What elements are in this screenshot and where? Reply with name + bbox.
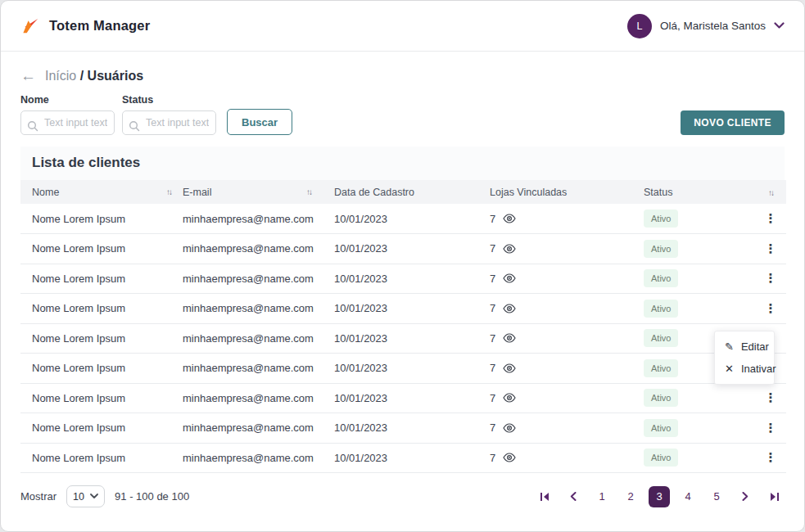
- kebab-menu-button[interactable]: ⋮: [755, 301, 786, 316]
- kebab-menu-button[interactable]: ⋮: [755, 211, 786, 226]
- filter-nome: Nome: [20, 94, 115, 135]
- eye-icon[interactable]: [503, 273, 516, 283]
- page-size-select[interactable]: 10: [66, 485, 105, 507]
- table-row[interactable]: Nome Lorem Ipsum minhaempresa@name.com 1…: [20, 383, 786, 413]
- brand: Totem Manager: [20, 16, 150, 35]
- buscar-button[interactable]: Buscar: [227, 109, 292, 135]
- first-page-button[interactable]: [534, 486, 555, 507]
- next-page-button[interactable]: [735, 486, 756, 507]
- pencil-icon: ✎: [725, 340, 734, 353]
- eye-icon[interactable]: [503, 363, 516, 373]
- menu-item-inativar[interactable]: ✕ Inativar: [715, 358, 774, 380]
- menu-item-label: Editar: [741, 340, 769, 353]
- eye-icon[interactable]: [503, 304, 516, 313]
- breadcrumb-separator: /: [80, 69, 84, 83]
- status-badge: Ativo: [644, 449, 678, 467]
- chevron-down-icon: [774, 22, 785, 29]
- menu-item-editar[interactable]: ✎ Editar: [715, 336, 774, 358]
- cell-lojas-count: 7: [490, 273, 495, 285]
- table-row[interactable]: Nome Lorem Ipsum minhaempresa@name.com 1…: [20, 234, 786, 264]
- kebab-menu-button[interactable]: ⋮: [755, 421, 786, 435]
- sort-icon[interactable]: ↑↓: [306, 187, 311, 196]
- sort-icon[interactable]: ↑↓: [166, 187, 171, 196]
- list-title: Lista de clientes: [20, 147, 785, 180]
- user-menu[interactable]: L Olá, Maristela Santos: [627, 14, 785, 38]
- kebab-menu-button[interactable]: ⋮: [755, 390, 786, 405]
- column-header-status: Status: [644, 187, 672, 198]
- pager: 1 2 3 4 5: [527, 486, 785, 507]
- nome-filter-label: Nome: [20, 94, 115, 106]
- back-arrow-icon[interactable]: ←: [20, 68, 36, 83]
- kebab-menu-button[interactable]: ⋮: [755, 271, 786, 286]
- cell-lojas-count: 7: [490, 422, 495, 434]
- page-number[interactable]: 5: [706, 486, 727, 507]
- x-icon: ✕: [725, 363, 734, 375]
- chevron-right-icon: [742, 492, 748, 501]
- table-row[interactable]: Nome Lorem Ipsum minhaempresa@name.com 1…: [20, 323, 786, 354]
- page-number[interactable]: 2: [620, 486, 641, 507]
- last-page-button[interactable]: [763, 486, 785, 507]
- status-badge: Ativo: [644, 210, 678, 228]
- cell-email: minhaempresa@name.com: [183, 323, 334, 354]
- eye-icon[interactable]: [503, 333, 516, 343]
- cell-data: 10/01/2023: [334, 264, 490, 294]
- column-header-data: Data de Cadastro: [334, 187, 414, 198]
- status-badge: Ativo: [644, 329, 678, 347]
- last-page-icon: [769, 492, 780, 502]
- cell-data: 10/01/2023: [334, 204, 490, 234]
- breadcrumb: ← Início / Usuários: [20, 68, 785, 83]
- cell-data: 10/01/2023: [334, 294, 490, 324]
- row-context-menu: ✎ Editar ✕ Inativar: [714, 331, 775, 385]
- table-row[interactable]: Nome Lorem Ipsum minhaempresa@name.com 1…: [20, 294, 786, 324]
- chevron-down-icon: [90, 494, 98, 499]
- cell-lojas-count: 7: [490, 362, 495, 374]
- cell-email: minhaempresa@name.com: [183, 204, 334, 234]
- cell-nome: Nome Lorem Ipsum: [20, 294, 183, 324]
- status-filter-label: Status: [122, 94, 216, 106]
- breadcrumb-parent[interactable]: Início: [45, 69, 76, 83]
- table-row[interactable]: Nome Lorem Ipsum minhaempresa@name.com 1…: [20, 413, 786, 444]
- table-row[interactable]: Nome Lorem Ipsum minhaempresa@name.com 1…: [20, 354, 786, 384]
- cell-nome: Nome Lorem Ipsum: [20, 354, 183, 384]
- cell-email: minhaempresa@name.com: [183, 294, 334, 324]
- eye-icon[interactable]: [503, 453, 516, 462]
- topbar: Totem Manager L Olá, Maristela Santos: [1, 1, 804, 52]
- cell-nome: Nome Lorem Ipsum: [20, 204, 183, 234]
- table-row[interactable]: Nome Lorem Ipsum minhaempresa@name.com 1…: [20, 204, 786, 234]
- page-size-value: 10: [73, 491, 84, 503]
- user-greeting: Olá, Maristela Santos: [660, 20, 766, 32]
- eye-icon[interactable]: [503, 393, 516, 403]
- cell-nome: Nome Lorem Ipsum: [20, 383, 183, 413]
- cell-lojas-count: 7: [490, 213, 495, 225]
- kebab-menu-button[interactable]: ⋮: [755, 450, 786, 465]
- app-title: Totem Manager: [49, 18, 150, 34]
- main-content: ← Início / Usuários Nome Status: [1, 68, 804, 473]
- cell-nome: Nome Lorem Ipsum: [20, 413, 183, 444]
- table-row[interactable]: Nome Lorem Ipsum minhaempresa@name.com 1…: [20, 443, 786, 473]
- cell-lojas-count: 7: [490, 332, 495, 345]
- client-table: Nome↑↓ E-mail↑↓ Data de Cadastro Lojas V…: [20, 180, 786, 473]
- pagination-range: 91 - 100 de 100: [115, 490, 189, 503]
- cell-lojas-count: 7: [490, 392, 495, 404]
- status-badge: Ativo: [644, 269, 678, 287]
- first-page-icon: [540, 492, 550, 502]
- column-header-email: E-mail: [183, 187, 211, 198]
- chevron-left-icon: [570, 492, 577, 501]
- search-icon: [27, 120, 38, 135]
- cell-nome: Nome Lorem Ipsum: [20, 234, 183, 264]
- kebab-menu-button[interactable]: ⋮: [755, 241, 786, 256]
- cell-lojas-count: 7: [490, 302, 495, 314]
- page-number[interactable]: 1: [591, 486, 613, 507]
- eye-icon[interactable]: [503, 244, 516, 254]
- sort-icon[interactable]: ↑↓: [768, 188, 773, 197]
- eye-icon[interactable]: [503, 214, 516, 223]
- column-header-nome: Nome: [32, 187, 59, 198]
- eye-icon[interactable]: [503, 423, 516, 433]
- page-number[interactable]: 4: [677, 486, 699, 507]
- cell-data: 10/01/2023: [334, 323, 490, 354]
- prev-page-button[interactable]: [563, 486, 584, 507]
- table-row[interactable]: Nome Lorem Ipsum minhaempresa@name.com 1…: [20, 264, 786, 294]
- status-badge: Ativo: [644, 300, 678, 318]
- page-number[interactable]: 3: [649, 486, 670, 507]
- novo-cliente-button[interactable]: NOVO CLIENTE: [681, 110, 785, 135]
